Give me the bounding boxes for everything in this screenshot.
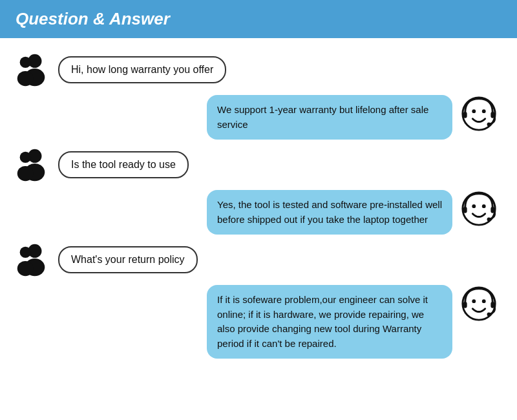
- svg-point-3: [17, 71, 34, 86]
- svg-point-26: [482, 299, 486, 303]
- svg-point-23: [17, 261, 34, 276]
- user-icon-2: [13, 146, 50, 184]
- user-bubble-1: Hi, how long warranty you offer: [58, 56, 226, 83]
- page-header: Question & Answer: [0, 0, 517, 38]
- chat-container: Hi, how long warranty you offer We suppo…: [0, 45, 517, 365]
- svg-point-22: [20, 247, 31, 258]
- agent-icon-3: [460, 285, 498, 322]
- page-title: Question & Answer: [16, 9, 501, 29]
- svg-point-25: [472, 299, 476, 303]
- user-bubble-3: What's your return policy: [58, 246, 198, 273]
- svg-rect-28: [491, 302, 494, 308]
- svg-rect-27: [463, 302, 467, 308]
- agent-message-row-3: If it is sofeware problem,our engineer c…: [13, 285, 504, 359]
- svg-point-16: [482, 204, 486, 208]
- agent-bubble-2: Yes, the tool is tested and software pre…: [207, 190, 452, 235]
- agent-bubble-1: We support 1-year warranty but lifelong …: [207, 95, 452, 140]
- svg-point-12: [20, 152, 31, 163]
- user-message-row-2: Is the tool ready to use: [13, 146, 504, 184]
- user-message-row-3: What's your return policy: [13, 241, 504, 278]
- user-bubble-2: Is the tool ready to use: [58, 151, 189, 178]
- svg-rect-7: [463, 112, 467, 118]
- svg-point-13: [17, 166, 34, 181]
- agent-message-row-2: Yes, the tool is tested and software pre…: [13, 190, 504, 235]
- svg-rect-18: [491, 207, 494, 213]
- svg-rect-8: [491, 112, 494, 118]
- user-message-row-1: Hi, how long warranty you offer: [13, 51, 504, 89]
- agent-message-row-1: We support 1-year warranty but lifelong …: [13, 95, 504, 140]
- svg-point-15: [472, 204, 476, 208]
- svg-point-6: [482, 109, 486, 113]
- svg-point-19: [487, 218, 491, 222]
- user-icon-1: [13, 51, 50, 89]
- svg-point-5: [472, 109, 476, 113]
- user-icon-3: [13, 241, 50, 278]
- agent-icon-1: [460, 95, 498, 132]
- svg-point-29: [487, 313, 491, 317]
- svg-point-9: [487, 123, 491, 127]
- svg-rect-17: [463, 207, 467, 213]
- agent-bubble-3: If it is sofeware problem,our engineer c…: [207, 285, 452, 359]
- svg-point-2: [20, 57, 31, 68]
- agent-icon-2: [460, 190, 498, 227]
